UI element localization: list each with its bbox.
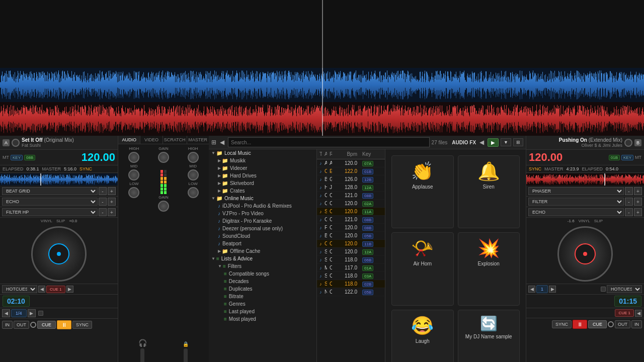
col-header-key[interactable]: Key: [360, 150, 385, 158]
track-row[interactable]: ♪ Dreaming Hoxton Whores, Jerome Robins …: [317, 184, 385, 192]
track-row[interactable]: ♪ Pushing On Oliver $ & Jimi Jules Exten…: [317, 167, 385, 175]
deck-b-cue-next[interactable]: ▶: [549, 286, 556, 293]
track-row[interactable]: ♪ Like Nobody Does Sharam Jey Original M…: [317, 256, 385, 264]
tab-master[interactable]: MASTER: [187, 136, 209, 144]
track-row[interactable]: ♪ Scream for Pleasure Croatia Squad, Me …: [317, 200, 385, 208]
deck-b-phaser-select[interactable]: PHASER: [528, 187, 624, 195]
sidebar-item-most-played[interactable]: ≡ Most played: [209, 315, 316, 323]
deck-b-echo-select[interactable]: ECHO: [528, 208, 624, 216]
deck-a-echo-plus[interactable]: +: [108, 198, 116, 206]
deck-a-turntable[interactable]: [31, 226, 87, 282]
deck-a-out-btn[interactable]: OUT: [14, 321, 29, 329]
deck-a-hotcues-select[interactable]: HOTCUES: [2, 285, 37, 293]
deck-a-cue-btn[interactable]: CUE: [37, 321, 56, 329]
sidebar-item-skrivebord[interactable]: ▶ 📁 Skrivebord: [209, 179, 316, 187]
sidebar-item-local-music[interactable]: ▼ 📁 Local Music: [209, 149, 316, 157]
sidebar-item-videoer[interactable]: ▶ 📁 Videoer: [209, 164, 316, 172]
sidebar-item-hard-drives[interactable]: ▶ 📁 Hard Drives: [209, 172, 316, 179]
track-row[interactable]: ♪ Bel Air Boogie Vice Original Mix 120.0…: [317, 232, 385, 240]
track-row[interactable]: ♪ Clap Your Hands Sharam Jey Original mi…: [317, 208, 385, 216]
track-row[interactable]: ♪ Touch Me Croatia Squad Original Mix 12…: [317, 192, 385, 200]
deck-b-hotcues-select[interactable]: HOTCUES: [607, 285, 642, 293]
sidebar-item-beatport[interactable]: ♪ Beatport: [209, 240, 316, 247]
tab-video[interactable]: VIDEO: [140, 136, 163, 144]
sidebar-item-deezer[interactable]: ♪ Deezer (personal use only): [209, 225, 316, 232]
deck-a-filter-minus[interactable]: -: [99, 208, 107, 216]
deck-a-filter-select[interactable]: FILTER HP: [2, 208, 98, 216]
deck-b-phaser-minus[interactable]: -: [625, 187, 633, 195]
mixer-fader-l[interactable]: [140, 348, 144, 362]
deck-a-echo-select[interactable]: ECHO: [2, 198, 98, 206]
deck-a-echo-minus[interactable]: -: [99, 198, 107, 206]
sidebar-item-idjpool[interactable]: ♪ iDJPool - Pro Audio & Remixes: [209, 202, 316, 210]
sidebar-item-decades[interactable]: ≡ Decades: [209, 278, 316, 285]
track-row[interactable]: ♪ Jam Hott Sharam Jey Original Mix 118.0…: [317, 280, 385, 288]
fx-explosion[interactable]: 💥 Explosion: [458, 232, 520, 305]
sidebar-item-filters[interactable]: ▼ ≡ Filters: [209, 262, 316, 270]
col-header-bpm[interactable]: Bpm: [332, 150, 360, 158]
track-row[interactable]: ♪ Here I Come Sharam Jey Original Mix 11…: [317, 272, 385, 280]
deck-b-play-btn[interactable]: ⏸: [573, 320, 587, 329]
deck-b-phaser-plus[interactable]: +: [634, 187, 642, 195]
deck-a-cue-next[interactable]: ▶: [66, 286, 73, 293]
deck-a-in-btn[interactable]: IN: [2, 321, 13, 329]
sidebar-item-digitrax[interactable]: ♪ Digitrax - Pro Karaoke: [209, 217, 316, 225]
sidebar-item-online-music[interactable]: ▼ 📁 Online Music: [209, 195, 316, 202]
col-header-remix[interactable]: Remix: [327, 150, 332, 158]
deck-a-minus-btn[interactable]: -: [99, 187, 107, 195]
tab-audio[interactable]: AUDIO: [118, 136, 140, 144]
tab-scratch[interactable]: SCRATCH: [163, 136, 187, 144]
deck-b-record-btn[interactable]: [608, 321, 614, 327]
browser-play-fx[interactable]: ▶: [488, 138, 499, 147]
track-row[interactable]: ♪ Pony Oriano feat. Ray Horton Original …: [317, 240, 385, 248]
mixer-gain-knob-l[interactable]: [158, 152, 169, 163]
col-header-title[interactable]: Title: [317, 150, 322, 158]
mixer-mid-knob-r[interactable]: [188, 169, 199, 180]
track-row[interactable]: ♪ Shake That Marlon Hoffstadt, Dansson O…: [317, 264, 385, 272]
search-input[interactable]: [228, 137, 430, 147]
deck-b-echo-minus[interactable]: -: [625, 208, 633, 216]
mixer-high-knob-l[interactable]: [128, 152, 139, 163]
sidebar-item-crates[interactable]: ▶ 📁 Crates: [209, 187, 316, 195]
browser-icon-grid[interactable]: ⊞: [211, 139, 216, 146]
deck-b-filter-plus[interactable]: +: [634, 198, 642, 206]
mixer-high-knob-r[interactable]: [188, 152, 199, 163]
mixer-mid-knob-l[interactable]: [128, 169, 139, 180]
sidebar-item-duplicates[interactable]: ≡ Duplicates: [209, 285, 316, 293]
deck-b-cue1-btn[interactable]: CUE 1: [615, 309, 634, 317]
deck-a-record-btn[interactable]: [30, 322, 36, 328]
browser-nav-btn2[interactable]: ◀: [478, 139, 486, 146]
deck-a-play-btn[interactable]: ⏸: [57, 320, 71, 329]
deck-b-sync-btn2[interactable]: SYNC: [552, 320, 572, 328]
browser-grid-fx[interactable]: ⊞: [513, 138, 523, 146]
deck-a-loop-prev[interactable]: ◀: [2, 309, 10, 317]
deck-b-filter-select[interactable]: FILTER: [528, 198, 624, 206]
mixer-headphone-l[interactable]: 🎧: [138, 339, 147, 347]
deck-a-cue1-btn[interactable]: CUE 1: [46, 286, 65, 293]
sidebar-item-soundcloud[interactable]: ♪ SoundCloud: [209, 232, 316, 240]
deck-b-out-btn[interactable]: OUT: [615, 320, 630, 328]
deck-b-cue-btn[interactable]: CUE: [588, 320, 607, 328]
track-row[interactable]: ♪ Everybody Does Natema Original Mix 122…: [317, 288, 385, 296]
sidebar-item-musikk[interactable]: ▶ 📁 Musikk: [209, 157, 316, 164]
deck-a-filter-plus[interactable]: +: [108, 208, 116, 216]
col-header-artist[interactable]: Artist: [322, 150, 327, 158]
sidebar-item-lists-advice[interactable]: ▼ ≡ Lists & Advice: [209, 255, 316, 262]
deck-a-beatgrid-select[interactable]: BEAT GRID: [2, 187, 98, 195]
sidebar-item-offline-cache[interactable]: ▶ 📁 Offline Cache: [209, 247, 316, 255]
deck-a-loop-next[interactable]: ▶: [28, 309, 36, 317]
deck-a-sync-btn[interactable]: SYNC: [79, 166, 92, 171]
browser-nav-prev[interactable]: ◀: [218, 139, 226, 146]
deck-a-cue-prev[interactable]: ◀: [38, 286, 45, 293]
deck-b-echo-plus[interactable]: +: [634, 208, 642, 216]
deck-b-in-btn[interactable]: IN: [631, 320, 642, 328]
sidebar-item-compatible-songs[interactable]: ≡ Compatible songs: [209, 270, 316, 278]
mixer-low-knob-l[interactable]: [128, 187, 139, 198]
track-row[interactable]: ♪ Touch Me Croatia Squad Original Mix 12…: [317, 216, 385, 224]
deck-a-plus-btn[interactable]: +: [108, 187, 116, 195]
fx-applause[interactable]: 👏 Applause: [391, 155, 454, 228]
mixer-low-knob-r[interactable]: [188, 187, 199, 198]
deck-b-filter-minus[interactable]: -: [625, 198, 633, 206]
deck-b-turntable[interactable]: [557, 226, 613, 282]
deck-b-cue-prev[interactable]: ◀: [528, 286, 535, 293]
